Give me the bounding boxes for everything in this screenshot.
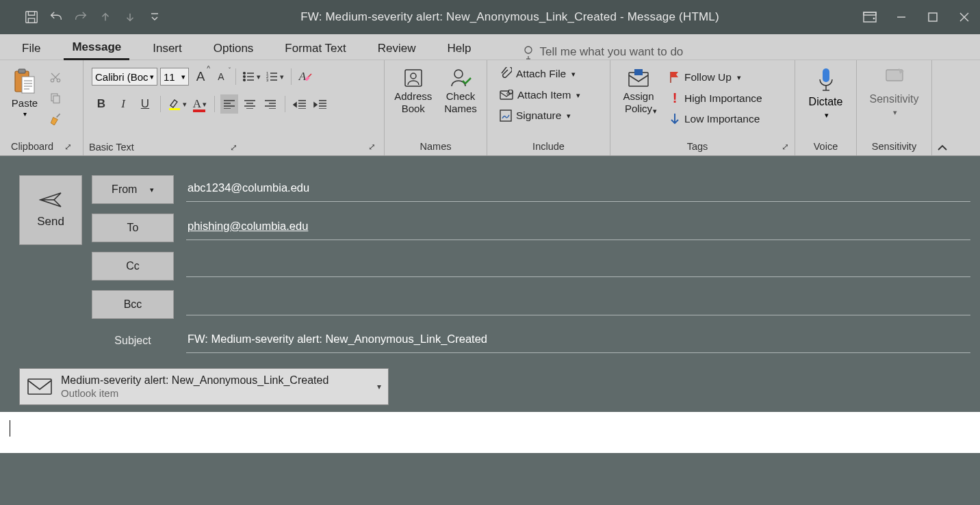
italic-button[interactable]: I (114, 94, 133, 114)
svg-point-23 (454, 70, 463, 78)
svg-text:3: 3 (266, 78, 269, 82)
text-cursor (10, 420, 10, 437)
tab-review[interactable]: Review (370, 38, 424, 60)
mail-icon (27, 377, 53, 396)
tab-options[interactable]: Options (205, 38, 262, 60)
svg-rect-26 (500, 110, 511, 121)
send-button[interactable]: Send (19, 175, 82, 245)
svg-rect-32 (28, 379, 51, 394)
group-basic-text: Calibri (Boc▾ 11▾ A^ Aˇ ▾ 123▾ A B I U ▾… (83, 60, 385, 155)
attachment-dropdown-icon[interactable]: ▾ (377, 382, 381, 391)
low-importance-button[interactable]: Low Importance (669, 113, 762, 125)
redo-icon[interactable] (70, 6, 92, 28)
svg-point-4 (525, 47, 532, 53)
group-include: Attach File▾ Attach Item▾ Signature▾ Inc… (487, 60, 610, 155)
ribbon-display-icon[interactable] (854, 0, 886, 34)
svg-point-14 (244, 79, 246, 81)
group-voice: Dictate ▾ Voice (795, 60, 857, 155)
group-names: Address Book Check Names Names (385, 60, 487, 155)
font-family-combo[interactable]: Calibri (Boc▾ (92, 68, 157, 86)
decrease-indent-button[interactable] (291, 94, 309, 114)
tags-dialog-launcher[interactable]: ⤢ (782, 142, 789, 152)
svg-rect-0 (26, 12, 38, 23)
attachments-area: Medium-severity alert: New_Anonymous_Lin… (0, 361, 980, 412)
tab-message[interactable]: Message (64, 36, 129, 60)
svg-rect-7 (22, 77, 34, 93)
svg-rect-2 (864, 12, 876, 15)
basictext-launcher-icon[interactable]: ⤢ (368, 142, 376, 152)
attachment-title: Medium-severity alert: New_Anonymous_Lin… (61, 374, 328, 387)
underline-button[interactable]: U (136, 94, 155, 114)
shrink-font-button[interactable]: Aˇ (212, 67, 230, 86)
minimize-button[interactable] (886, 0, 917, 34)
svg-rect-1 (864, 12, 876, 22)
bcc-button[interactable]: Bcc (92, 290, 174, 319)
subject-field[interactable]: FW: Medium-severity alert: New_Anonymous… (186, 328, 970, 353)
cc-field[interactable] (186, 255, 970, 277)
check-names-button[interactable]: Check Names (440, 67, 481, 115)
window-controls (854, 0, 980, 34)
svg-point-22 (411, 73, 416, 79)
attachment-subtitle: Outlook item (61, 387, 328, 400)
undo-icon[interactable] (45, 6, 67, 28)
bcc-field[interactable] (186, 294, 970, 315)
maximize-button[interactable] (917, 0, 949, 34)
tab-format-text[interactable]: Format Text (276, 38, 354, 60)
quick-access-toolbar (0, 6, 166, 28)
bold-button[interactable]: B (92, 94, 111, 114)
paste-button[interactable]: Paste ▾ (5, 67, 44, 118)
ribbon: Paste ▾ Clipboard ⤢ Calibri (Boc▾ 11 (0, 60, 980, 156)
svg-point-13 (244, 76, 246, 78)
cc-button[interactable]: Cc (92, 252, 174, 281)
previous-icon[interactable] (94, 6, 116, 28)
to-button[interactable]: To (92, 213, 174, 242)
tab-insert[interactable]: Insert (144, 38, 190, 60)
from-button[interactable]: From ▾ (92, 175, 174, 204)
assign-policy-button[interactable]: Assign Policy ▾ (616, 67, 661, 116)
clipboard-icon (11, 68, 38, 96)
svg-rect-3 (929, 13, 937, 21)
attach-item-button[interactable]: Attach Item▾ (497, 88, 600, 103)
increase-indent-button[interactable] (311, 94, 329, 114)
close-button[interactable] (949, 0, 980, 34)
highlight-color-button[interactable]: ▾ (166, 94, 188, 114)
window-title: FW: Medium-severity alert: New_Anonymous… (166, 10, 854, 24)
next-icon[interactable] (119, 6, 141, 28)
attachment-item[interactable]: Medium-severity alert: New_Anonymous_Lin… (19, 368, 389, 405)
clipboard-dialog-launcher[interactable]: ⤢ (64, 142, 72, 152)
tell-me-search[interactable]: Tell me what you want to do (522, 44, 684, 60)
svg-rect-19 (169, 108, 180, 110)
from-field[interactable]: abc1234@columbia.edu (186, 177, 970, 202)
signature-button[interactable]: Signature▾ (497, 108, 600, 123)
clear-formatting-button[interactable]: A (297, 67, 315, 86)
message-body[interactable] (0, 412, 980, 453)
align-right-button[interactable] (261, 94, 279, 114)
basictext-dialog-launcher[interactable]: ⤢ (230, 142, 237, 153)
copy-button[interactable] (48, 90, 63, 105)
align-center-button[interactable] (241, 94, 259, 114)
cut-button[interactable] (48, 70, 63, 85)
bullets-button[interactable]: ▾ (242, 67, 262, 86)
numbering-button[interactable]: 123▾ (265, 67, 285, 86)
font-color-button[interactable]: A▾ (191, 94, 209, 114)
tab-file[interactable]: File (14, 38, 49, 60)
customize-qat-icon[interactable] (144, 6, 166, 28)
tab-help[interactable]: Help (439, 38, 480, 60)
sensitivity-button[interactable]: Sensitivity ▾ (862, 63, 926, 117)
svg-rect-29 (823, 68, 829, 82)
align-left-button[interactable] (220, 94, 238, 114)
svg-rect-20 (193, 109, 205, 112)
high-importance-button[interactable]: ! High Importance (669, 90, 762, 106)
font-size-combo[interactable]: 11▾ (160, 68, 189, 86)
grow-font-button[interactable]: A^ (192, 67, 209, 86)
dictate-button[interactable]: Dictate ▾ (801, 63, 851, 120)
ribbon-tabs: File Message Insert Options Format Text … (0, 34, 980, 60)
collapse-ribbon-button[interactable] (932, 60, 953, 155)
to-field[interactable]: phishing@columbia.edu (186, 216, 970, 240)
address-book-button[interactable]: Address Book (390, 67, 436, 115)
format-painter-button[interactable] (48, 111, 63, 126)
save-icon[interactable] (21, 6, 42, 28)
follow-up-button[interactable]: Follow Up▾ (669, 71, 762, 83)
attach-file-button[interactable]: Attach File▾ (497, 66, 600, 82)
svg-point-12 (244, 73, 246, 75)
